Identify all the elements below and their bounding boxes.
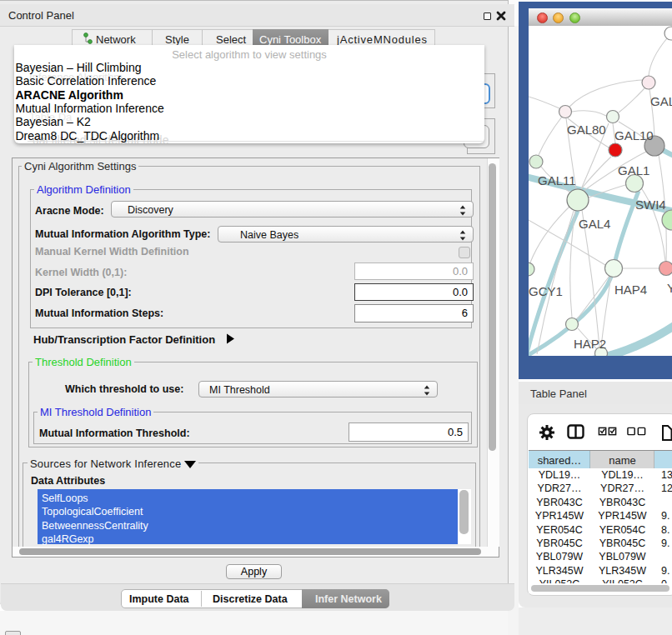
svg-text:HAP4: HAP4 (614, 282, 647, 297)
svg-text:GAL80: GAL80 (567, 122, 606, 137)
svg-text:GAL2: GAL2 (650, 94, 672, 108)
svg-text:GAL11: GAL11 (538, 173, 576, 188)
svg-text:GAL1: GAL1 (618, 163, 649, 178)
svg-text:GAL4: GAL4 (579, 217, 610, 231)
svg-text:GAL10: GAL10 (614, 128, 654, 142)
svg-text:SWI4: SWI4 (635, 198, 666, 212)
svg-text:HAP2: HAP2 (574, 337, 606, 351)
svg-text:Y: Y (667, 281, 672, 295)
svg-text:GCY1: GCY1 (529, 284, 563, 298)
